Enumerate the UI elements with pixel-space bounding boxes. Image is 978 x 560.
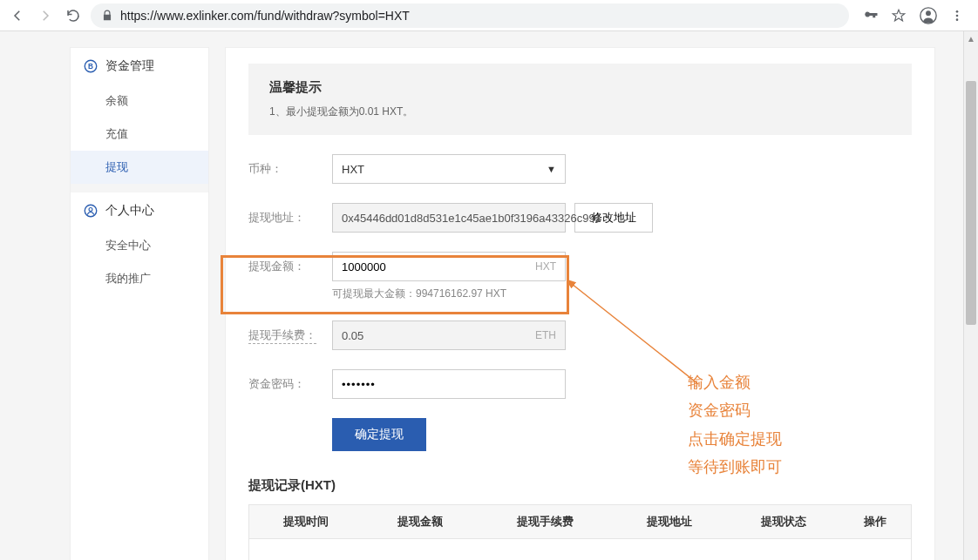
svg-point-2: [956, 10, 959, 13]
sidebar: B 资金管理 余额 充值 提现 个人中心 安全中心 我的推广: [70, 47, 209, 560]
sidebar-section-title: 个人中心: [105, 203, 154, 219]
menu-icon[interactable]: [950, 9, 964, 23]
sidebar-divider: [71, 184, 208, 192]
profile-icon[interactable]: [919, 6, 938, 25]
table-empty-row: 暂无提现数据: [249, 539, 912, 561]
notice-title: 温馨提示: [269, 79, 891, 96]
browser-right-icons: [856, 6, 971, 25]
back-button[interactable]: [7, 5, 28, 26]
row-fee: 提现手续费： 0.05 ETH: [248, 320, 912, 350]
label-coin: 币种：: [248, 154, 332, 177]
sidebar-item-deposit[interactable]: 充值: [71, 118, 208, 151]
bitcoin-icon: B: [83, 58, 98, 74]
user-icon: [83, 203, 98, 219]
th-action: 操作: [840, 505, 912, 539]
svg-point-1: [926, 10, 931, 16]
vertical-scrollbar[interactable]: ▲ ▼: [963, 31, 978, 560]
input-password[interactable]: [342, 378, 556, 391]
records-title: 提现记录(HXT): [248, 477, 912, 494]
sidebar-item-security[interactable]: 安全中心: [71, 229, 208, 262]
arrow-right-icon: [37, 8, 53, 24]
amount-unit: HXT: [535, 260, 556, 273]
main-panel: 温馨提示 1、最小提现金额为0.01 HXT。 币种： HXT ▼ 提现地址：: [225, 47, 935, 560]
empty-text: 暂无提现数据: [249, 539, 912, 561]
input-password-wrap: [332, 369, 566, 399]
row-submit: 确定提现: [248, 418, 912, 451]
annotation-text: 输入金额 资金密码 点击确定提现 等待到账即可: [688, 368, 782, 482]
fee-unit: ETH: [535, 329, 556, 341]
submit-withdraw-button[interactable]: 确定提现: [332, 418, 426, 451]
reload-button[interactable]: [63, 5, 84, 26]
sidebar-item-referral[interactable]: 我的推广: [71, 262, 208, 295]
th-fee: 提现手续费: [477, 505, 612, 539]
forward-button[interactable]: [35, 5, 56, 26]
sidebar-item-withdraw[interactable]: 提现: [71, 151, 208, 184]
input-amount-wrap: HXT: [332, 252, 566, 281]
row-amount: 提现金额： HXT 可提现最大金额：994716162.97 HXT: [248, 252, 912, 301]
th-status: 提现状态: [726, 505, 840, 539]
scroll-thumb[interactable]: [966, 81, 976, 325]
svg-text:B: B: [88, 63, 93, 71]
svg-point-3: [956, 14, 959, 17]
records-table: 提现时间 提现金额 提现手续费 提现地址 提现状态 操作 暂无提现数据: [248, 504, 912, 560]
key-icon[interactable]: [863, 8, 879, 24]
sidebar-section-personal: 个人中心: [71, 192, 208, 229]
input-address: 0x45446dd01d8d531e1c45ae1b0f3196a43326c9…: [332, 203, 566, 233]
star-icon[interactable]: [891, 8, 907, 24]
annotation-line: 输入金额: [688, 368, 782, 396]
row-address: 提现地址： 0x45446dd01d8d531e1c45ae1b0f3196a4…: [248, 203, 912, 233]
input-amount[interactable]: [342, 260, 535, 273]
url-text: https://www.exlinker.com/fund/withdraw?s…: [120, 9, 839, 23]
select-coin[interactable]: HXT ▼: [332, 154, 566, 184]
max-amount-hint: 可提现最大金额：994716162.97 HXT: [332, 287, 566, 301]
row-coin: 币种： HXT ▼: [248, 154, 912, 184]
sidebar-section-fund: B 资金管理: [71, 48, 208, 84]
browser-toolbar: https://www.exlinker.com/fund/withdraw?s…: [0, 0, 978, 31]
annotation-line: 等待到账即可: [688, 453, 782, 481]
table-header-row: 提现时间 提现金额 提现手续费 提现地址 提现状态 操作: [249, 505, 912, 539]
th-amount: 提现金额: [363, 505, 478, 539]
notice-text: 1、最小提现金额为0.01 HXT。: [269, 105, 891, 119]
th-time: 提现时间: [249, 505, 363, 539]
annotation-line: 资金密码: [688, 396, 782, 424]
label-password: 资金密码：: [248, 369, 332, 392]
arrow-left-icon: [10, 8, 25, 24]
row-password: 资金密码：: [248, 369, 912, 399]
input-fee: 0.05 ETH: [332, 320, 566, 350]
sidebar-section-title: 资金管理: [105, 58, 154, 74]
lock-icon: [101, 10, 113, 22]
label-fee: 提现手续费：: [248, 320, 332, 344]
page-body: B 资金管理 余额 充值 提现 个人中心 安全中心 我的推广 温馨提示 1、: [0, 31, 978, 560]
select-coin-value: HXT: [342, 163, 364, 176]
notice-box: 温馨提示 1、最小提现金额为0.01 HXT。: [248, 64, 912, 135]
label-address: 提现地址：: [248, 203, 332, 226]
caret-down-icon: ▼: [547, 164, 556, 174]
scroll-track[interactable]: [964, 46, 978, 560]
label-amount: 提现金额：: [248, 252, 332, 274]
reload-icon: [65, 8, 81, 24]
address-value: 0x45446dd01d8d531e1c45ae1b0f3196a43326c9…: [342, 212, 601, 225]
address-bar[interactable]: https://www.exlinker.com/fund/withdraw?s…: [91, 3, 849, 28]
svg-point-8: [89, 208, 92, 212]
sidebar-item-balance[interactable]: 余额: [71, 84, 208, 118]
scroll-up-icon[interactable]: ▲: [964, 31, 978, 46]
th-address: 提现地址: [613, 505, 727, 539]
annotation-line: 点击确定提现: [688, 425, 782, 453]
svg-point-4: [956, 18, 959, 21]
fee-value: 0.05: [342, 329, 363, 342]
